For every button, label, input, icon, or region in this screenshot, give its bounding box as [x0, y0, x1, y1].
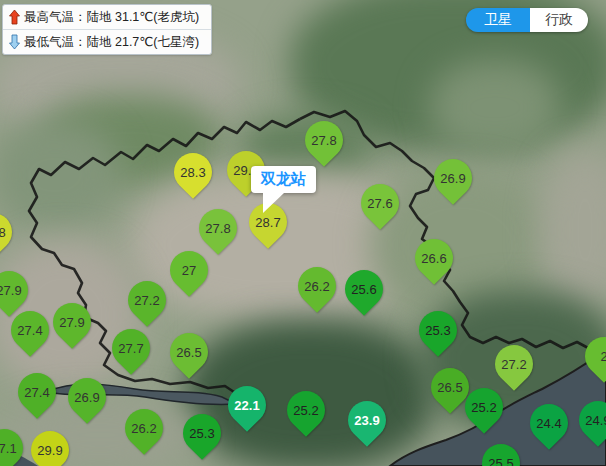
temp-value: 27.2 [495, 345, 533, 383]
temp-value: 2 [585, 337, 606, 375]
temp-value: 26.2 [298, 267, 336, 305]
temp-marker[interactable]: 26.9 [68, 378, 106, 416]
temp-marker[interactable]: 28.3 [174, 153, 212, 191]
temp-marker[interactable]: 24.4 [530, 404, 568, 442]
temp-value: 27.1 [0, 429, 23, 466]
temp-marker[interactable]: 27 [170, 251, 208, 289]
temp-marker[interactable]: 26.5 [170, 333, 208, 371]
temp-value: 27.8 [305, 121, 343, 159]
temp-value: 27.7 [112, 329, 150, 367]
temp-marker[interactable]: 26.2 [298, 267, 336, 305]
temp-marker[interactable]: 25.3 [419, 311, 457, 349]
temp-marker[interactable]: 27.8 [199, 209, 237, 247]
temp-value: 25.3 [419, 311, 457, 349]
temp-value: 27.4 [11, 311, 49, 349]
up-arrow-icon [8, 9, 21, 25]
temp-marker[interactable]: 27.9 [0, 271, 28, 309]
temp-marker[interactable]: 26.5 [431, 368, 469, 406]
temp-marker[interactable]: 27.2 [495, 345, 533, 383]
basemap-switch: 卫星 行政 [466, 8, 588, 32]
temp-marker[interactable]: 2 [585, 337, 606, 375]
min-temp-text: 最低气温：陆地 21.7℃(七星湾) [24, 34, 199, 51]
temp-value: 29.9 [31, 431, 69, 466]
temp-value: 27.9 [53, 303, 91, 341]
temp-marker[interactable]: 29.9 [31, 431, 69, 466]
temp-marker[interactable]: 25.2 [287, 391, 325, 429]
temp-marker[interactable]: 24.9 [579, 401, 606, 439]
temp-value: 25.3 [183, 414, 221, 452]
temp-value: 26.5 [431, 368, 469, 406]
temp-value: 28.3 [174, 153, 212, 191]
temp-value: 27.8 [199, 209, 237, 247]
temp-marker[interactable]: 27.9 [53, 303, 91, 341]
temp-value: 25.6 [345, 270, 383, 308]
temp-marker[interactable]: 27.8 [305, 121, 343, 159]
temp-value: 26.2 [125, 409, 163, 447]
temp-marker[interactable]: 27.6 [361, 184, 399, 222]
admin-button[interactable]: 行政 [530, 8, 588, 32]
temp-marker[interactable]: 27.1 [0, 429, 23, 466]
temp-marker[interactable]: 25.6 [345, 270, 383, 308]
temp-value: 26.6 [415, 239, 453, 277]
temp-value: 27 [170, 251, 208, 289]
temp-value: 24.4 [530, 404, 568, 442]
satellite-button[interactable]: 卫星 [466, 8, 530, 32]
temp-marker[interactable]: 25.5 [482, 444, 520, 466]
temp-value: 27.4 [18, 373, 56, 411]
station-tooltip[interactable]: 双龙站 [251, 166, 316, 193]
temp-marker[interactable]: 26.9 [434, 159, 472, 197]
temp-value: 27.2 [128, 281, 166, 319]
temp-marker[interactable]: 22.1 [228, 386, 266, 424]
temp-marker[interactable]: 25.2 [465, 388, 503, 426]
temp-value: 27.9 [0, 271, 28, 309]
temp-value: 26.9 [434, 159, 472, 197]
temp-value: 23.9 [348, 401, 386, 439]
markers-layer: 28.329.827.826.927.627.828.727.82726.626… [0, 0, 606, 466]
max-temp-text: 最高气温：陆地 31.1℃(老虎坑) [24, 9, 199, 26]
temp-marker[interactable]: 26.6 [415, 239, 453, 277]
min-temp-row: 最低气温：陆地 21.7℃(七星湾) [3, 29, 211, 54]
weather-map[interactable]: 28.329.827.826.927.627.828.727.82726.626… [0, 0, 606, 466]
temp-value: 26.5 [170, 333, 208, 371]
temp-value: 24.9 [579, 401, 606, 439]
temp-marker[interactable]: 27.7 [112, 329, 150, 367]
temp-marker[interactable]: 23.9 [348, 401, 386, 439]
temp-marker[interactable]: 26.2 [125, 409, 163, 447]
temp-value: 27.6 [361, 184, 399, 222]
temp-value: 26.9 [68, 378, 106, 416]
temp-value: 27.8 [0, 213, 12, 251]
temp-value: 25.5 [482, 444, 520, 466]
max-temp-row: 最高气温：陆地 31.1℃(老虎坑) [3, 5, 211, 29]
temp-value: 22.1 [228, 386, 266, 424]
down-arrow-icon [8, 34, 21, 50]
temp-marker[interactable]: 27.4 [18, 373, 56, 411]
temp-marker[interactable]: 27.8 [0, 213, 12, 251]
temp-marker[interactable]: 27.4 [11, 311, 49, 349]
temp-marker[interactable]: 25.3 [183, 414, 221, 452]
temp-value: 25.2 [465, 388, 503, 426]
temp-marker[interactable]: 27.2 [128, 281, 166, 319]
temp-value: 25.2 [287, 391, 325, 429]
temperature-legend: 最高气温：陆地 31.1℃(老虎坑) 最低气温：陆地 21.7℃(七星湾) [2, 4, 212, 55]
